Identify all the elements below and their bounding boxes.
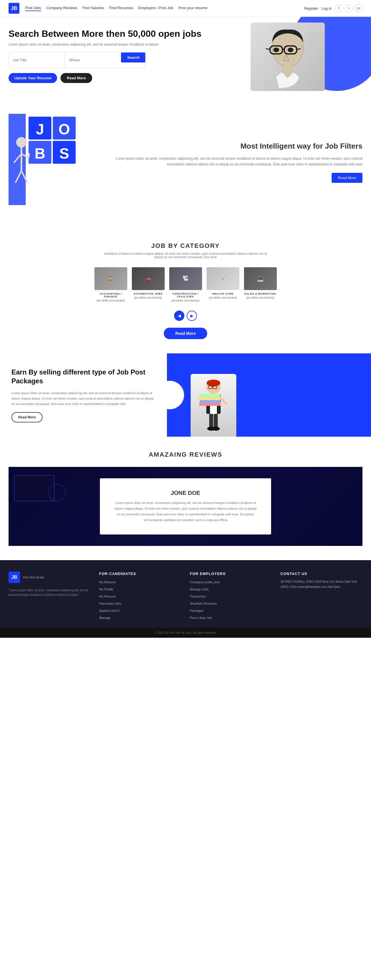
person-glasses-svg (253, 25, 322, 88)
svg-point-18 (16, 137, 27, 148)
category-accounting[interactable]: 🧮 ACCOUNTING / FINANCE (50 OPEN VACANCIE… (94, 267, 127, 302)
svg-point-26 (207, 380, 220, 387)
category-health-img: 💉 (207, 267, 239, 290)
nav-employers[interactable]: Employers / Post Job (138, 6, 173, 11)
svg-point-7 (288, 48, 293, 52)
packages-left: Earn By selling different type of Job Po… (0, 353, 167, 437)
footer-post-job-link[interactable]: Post a New Job (190, 616, 212, 619)
category-construction[interactable]: 🏗 CONSTRUCTION / FACILITIES (50 OPEN VAC… (169, 267, 202, 302)
packages-person-image (191, 374, 236, 437)
svg-rect-43 (17, 478, 51, 498)
facebook-icon[interactable]: f (335, 4, 343, 12)
hero-read-more-button[interactable]: Read More (61, 73, 92, 83)
twitter-icon[interactable]: t (345, 4, 353, 12)
features-desc: Lorem ipsum dolor sit amet, consectetur … (106, 156, 362, 167)
nav-find-salaries[interactable]: Find Salaries (83, 6, 104, 11)
footer-logo-wrap: JB One find all job "Lorem ipsum dolor s… (8, 571, 91, 622)
reviews-title: AMAZAING REVIEWS (8, 451, 362, 458)
footer-contact-info: JB FIND YOURALL JOBS 14/29 West 21st Str… (280, 579, 363, 590)
category-health-count: (50 OPEN VACANCIES) (207, 296, 239, 299)
category-accounting-title: ACCOUNTING / FINANCE (94, 292, 127, 298)
upload-resume-button[interactable]: Uplode Your Resume (8, 73, 57, 83)
categories-read-more-button[interactable]: Read More (164, 328, 207, 339)
nav-find-jobs[interactable]: Find Jobs (25, 6, 41, 11)
nav-company-reviews[interactable]: Company Reviews (46, 6, 77, 11)
nav-right: Register Log in f t in (304, 4, 362, 12)
where-input[interactable] (65, 52, 121, 68)
footer-candidates-links: My Resume My Profile My Resume Favourite… (99, 579, 182, 620)
category-accounting-count: (50 OPEN VACANCIES) (94, 299, 127, 302)
review-card: JONE DOE Lorem ipsum dolor sit amet, con… (100, 478, 271, 534)
footer-transaction-link[interactable]: Transaction (190, 595, 206, 598)
nav-links: Find Jobs Company Reviews Find Salaries … (25, 6, 304, 11)
jobs-image-wrap: J O B S (8, 114, 94, 211)
hero-section: Search Between More then 50,000 open job… (0, 17, 371, 97)
category-health[interactable]: 💉 HEALTH CARE (50 OPEN VACANCIES) (207, 267, 239, 299)
category-construction-img: 🏗 (169, 267, 202, 290)
category-construction-count: (50 OPEN VACANCIES) (169, 299, 202, 302)
footer-applied-link[interactable]: Applied JobCV (99, 609, 120, 612)
register-link[interactable]: Register (304, 6, 318, 11)
category-automotive-img: 🚗 (132, 267, 165, 290)
carousel-next-button[interactable]: ▶ (186, 310, 197, 321)
category-sales[interactable]: 💻 SALES & MARKETING (50 OPEN VACANCIES) (244, 267, 277, 299)
backdrop-deco-svg (11, 470, 68, 512)
category-automotive[interactable]: 🚗 AUTOMOTIVE JOBS (50 OPEN VACANCIES) (132, 267, 165, 299)
footer-tagline: One find all job (23, 576, 44, 579)
footer-my-profile-link[interactable]: My Profile (99, 587, 113, 591)
hero-buttons: Uplode Your Resume Read More (8, 73, 203, 83)
footer-employers-links: Company profile_test Manage Jobs Transac… (190, 579, 272, 620)
footer-candidates-col: FOR CANDIDATES My Resume My Profile My R… (99, 571, 182, 622)
svg-line-5 (297, 49, 301, 49)
svg-line-4 (266, 49, 270, 49)
hero-title: Search Between More then 50,000 open job… (8, 28, 203, 39)
features-read-more-button[interactable]: Read More (332, 173, 362, 183)
category-sales-img: 💻 (244, 267, 277, 290)
svg-text:O: O (59, 121, 70, 137)
reviews-section: AMAZAING REVIEWS JONE DOE Lorem ipsum do… (0, 437, 371, 560)
navbar: JB Find Jobs Company Reviews Find Salari… (0, 0, 371, 17)
search-button[interactable]: Search (121, 52, 145, 62)
features-section: J O B S Most Intelligent way for Job Fil… (0, 97, 371, 228)
category-sales-count: (50 OPEN VACANCIES) (244, 296, 277, 299)
hero-content: Search Between More then 50,000 open job… (8, 28, 203, 83)
footer-my-resume2-link[interactable]: My Resume (99, 595, 116, 598)
packages-section: Earn By selling different type of Job Po… (0, 353, 371, 437)
footer-packages-link[interactable]: Packages (190, 609, 204, 612)
svg-rect-38 (209, 414, 213, 428)
footer-contact-title: CONTACT US (280, 571, 363, 576)
login-link[interactable]: Log in (322, 6, 332, 11)
site-logo: JB (8, 3, 19, 14)
svg-text:J: J (36, 121, 44, 137)
categories-section: JOB BY CATEGORY incididunt ut labore et … (0, 228, 371, 353)
instagram-icon[interactable]: in (355, 4, 362, 12)
svg-line-33 (221, 398, 226, 404)
packages-shape-decoration (167, 381, 184, 409)
footer-favourites-link[interactable]: Favourites Jobs (99, 602, 122, 605)
category-automotive-title: AUTOMOTIVE JOBS (132, 292, 165, 295)
svg-rect-39 (214, 414, 218, 428)
svg-point-6 (273, 48, 279, 52)
nav-find-resumes[interactable]: Find Resumes (109, 6, 133, 11)
packages-title: Earn By selling different type of Job Po… (11, 368, 156, 385)
footer-my-resume-link[interactable]: My Resume (99, 581, 116, 584)
svg-line-24 (29, 154, 29, 158)
search-bar: Search (8, 52, 145, 68)
carousel-controls: ◀ ▶ (8, 310, 362, 321)
category-accounting-img: 🧮 (94, 267, 127, 290)
packages-read-more-button[interactable]: Read More (11, 412, 43, 422)
footer-shortlists-link[interactable]: Shortlists Resumes (190, 602, 217, 605)
hero-description: Lorem ipsum dolor sit amet, consectetur … (8, 43, 203, 46)
features-title: Most Intelligent way for Job Filters (106, 142, 362, 151)
nav-post-resume[interactable]: Post your resume (178, 6, 207, 11)
job-title-input[interactable] (9, 52, 65, 68)
footer-company-profile-link[interactable]: Company profile_test (190, 581, 220, 584)
footer-manage-jobs-link[interactable]: Manage Jobs (190, 587, 209, 591)
footer-bottom: © 2024 JB Find Your All Jobs. All rights… (0, 628, 371, 638)
categories-grid: 🧮 ACCOUNTING / FINANCE (50 OPEN VACANCIE… (8, 267, 362, 302)
svg-rect-37 (200, 394, 220, 397)
footer-manage-link[interactable]: Manage (99, 616, 111, 619)
carousel-prev-button[interactable]: ◀ (174, 310, 184, 321)
footer-desc: "Lorem ipsum dolor sit amet, consectetur… (8, 588, 91, 597)
svg-text:B: B (35, 145, 45, 162)
